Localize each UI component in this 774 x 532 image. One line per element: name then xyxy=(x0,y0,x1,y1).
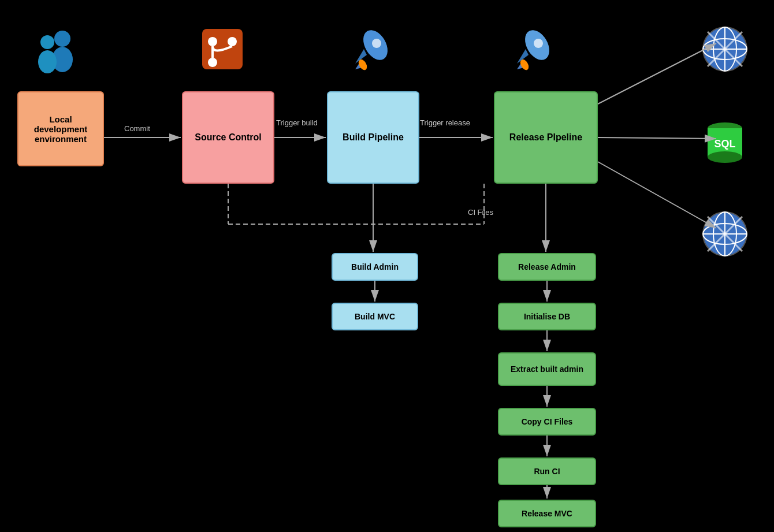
release-admin-box: Release Admin xyxy=(498,253,596,281)
svg-point-11 xyxy=(372,39,381,48)
svg-point-6 xyxy=(208,58,217,67)
people-icon xyxy=(29,26,81,80)
svg-point-5 xyxy=(208,37,217,46)
release-pipeline-box: Release PIpeline xyxy=(494,91,598,184)
initialise-db-box: Initialise DB xyxy=(498,303,596,330)
initialise-db-label: Initialise DB xyxy=(524,312,570,321)
release-mvc-label: Release MVC xyxy=(522,509,572,518)
build-mvc-box: Build MVC xyxy=(332,303,418,330)
svg-point-7 xyxy=(228,37,237,46)
extract-admin-label: Extract built admin xyxy=(511,364,583,374)
release-pipeline-label: Release PIpeline xyxy=(509,132,582,143)
run-ci-label: Run CI xyxy=(534,467,560,476)
svg-point-2 xyxy=(40,35,54,49)
sql-icon: SQL xyxy=(699,116,751,170)
svg-text:SQL: SQL xyxy=(714,138,735,150)
build-pipeline-label: Build Pipeline xyxy=(343,132,404,143)
release-pipeline-icon xyxy=(508,23,560,77)
build-admin-box: Build Admin xyxy=(332,253,418,281)
build-mvc-label: Build MVC xyxy=(355,312,395,321)
extract-admin-box: Extract built admin xyxy=(498,352,596,386)
source-control-label: Source Control xyxy=(195,132,262,143)
local-dev-box: Local development environment xyxy=(17,91,104,166)
release-admin-label: Release Admin xyxy=(518,262,576,271)
trigger-build-label: Trigger build xyxy=(276,118,318,127)
svg-point-3 xyxy=(38,50,57,73)
copy-ci-box: Copy CI Files xyxy=(498,408,596,436)
commit-label: Commit xyxy=(124,124,150,133)
svg-point-0 xyxy=(54,31,70,47)
globe-top-icon xyxy=(699,23,751,77)
build-pipeline-box: Build Pipeline xyxy=(327,91,419,184)
source-control-box: Source Control xyxy=(182,91,274,184)
globe-bottom-icon xyxy=(699,208,751,262)
copy-ci-label: Copy CI Files xyxy=(522,417,573,426)
release-mvc-box: Release MVC xyxy=(498,500,596,527)
ci-files-label: CI Files xyxy=(468,208,493,217)
build-admin-label: Build Admin xyxy=(351,262,399,271)
build-pipeline-icon xyxy=(347,23,399,77)
trigger-release-label: Trigger release xyxy=(420,118,470,127)
run-ci-box: Run CI xyxy=(498,457,596,485)
svg-point-28 xyxy=(708,151,742,163)
svg-point-16 xyxy=(534,39,543,48)
source-control-icon xyxy=(196,23,248,77)
local-dev-label: Local development environment xyxy=(23,114,98,144)
diagram: SQL Local development environment Source… xyxy=(0,0,774,532)
